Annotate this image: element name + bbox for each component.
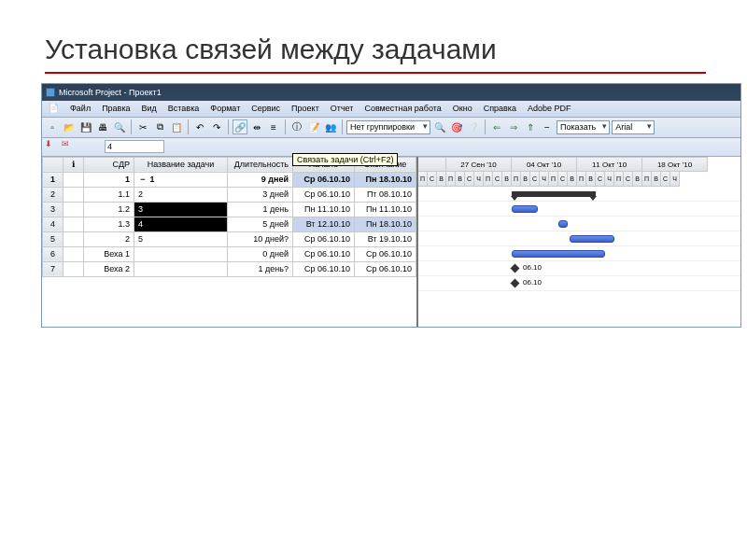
window-title: Microsoft Project - Проект1 — [59, 88, 162, 97]
table-row[interactable]: 41.345 днейВт 12.10.10Пн 18.10.10 — [43, 217, 416, 231]
preview-icon[interactable]: 🔍 — [112, 119, 127, 134]
menu-file[interactable]: Файл — [65, 102, 95, 115]
paste-icon[interactable]: 📋 — [169, 119, 184, 134]
show-combo[interactable]: Показать — [557, 120, 610, 134]
menubar[interactable]: 📄 Файл Правка Вид Вставка Формат Сервис … — [42, 101, 740, 118]
collapse-icon[interactable]: − — [540, 119, 555, 134]
gantt-bar[interactable] — [558, 220, 568, 228]
link-icon[interactable]: 🔗 — [233, 119, 247, 134]
menu-view[interactable]: Вид — [137, 102, 162, 115]
task-grid[interactable]: ℹ СДР Название задачи Длительность Начал… — [42, 157, 418, 327]
menu-insert[interactable]: Вставка — [163, 102, 204, 115]
app-icon — [46, 88, 55, 97]
help-icon[interactable]: ❔ — [466, 119, 481, 134]
toolbar-main: ▫ 📂 💾 🖶 🔍 ✂ ⧉ 📋 ↶ ↷ 🔗 ⇹ ≡ ⓘ 📝 👥 Нет груп… — [42, 118, 740, 138]
divider — [45, 72, 706, 74]
open-icon[interactable]: 📂 — [62, 119, 77, 134]
font-combo[interactable]: Arial — [612, 120, 655, 134]
milestone-label: 06.10 — [523, 263, 542, 272]
menu-format[interactable]: Формат — [205, 102, 245, 115]
titlebar: Microsoft Project - Проект1 — [42, 84, 740, 101]
arrow-up-icon[interactable]: ⇑ — [523, 119, 538, 134]
menu-window[interactable]: Окно — [448, 102, 477, 115]
cut-icon[interactable]: ✂ — [135, 119, 150, 134]
col-name[interactable]: Название задачи — [134, 157, 228, 172]
undo-icon[interactable]: ↶ — [192, 119, 207, 134]
toolbar-pdf: ⬇ ✉ 4 Связать задачи (Ctrl+F2) — [42, 138, 740, 157]
goto-icon[interactable]: 🎯 — [449, 119, 464, 134]
grouping-combo[interactable]: Нет группировки — [346, 120, 430, 134]
pdf-mail-icon[interactable]: ✉ — [62, 139, 77, 154]
table-row[interactable]: 6Веха 10 днейСр 06.10.10Ср 06.10.10 — [43, 246, 416, 261]
col-info[interactable]: ℹ — [63, 157, 84, 172]
print-icon[interactable]: 🖶 — [95, 119, 110, 134]
new-icon[interactable]: ▫ — [45, 119, 60, 134]
gantt-bar[interactable] — [570, 235, 614, 243]
col-duration[interactable]: Длительность — [228, 157, 293, 172]
arrow-right-icon[interactable]: ⇒ — [506, 119, 521, 134]
menu-edit[interactable]: Правка — [97, 102, 134, 115]
redo-icon[interactable]: ↷ — [209, 119, 224, 134]
milestone-label: 06.10 — [523, 278, 542, 287]
formula-box[interactable]: 4 — [105, 140, 164, 153]
slide-title: Установка связей между задачами — [45, 34, 706, 66]
copy-icon[interactable]: ⧉ — [152, 119, 167, 134]
unlink-icon[interactable]: ⇹ — [249, 119, 264, 134]
split-icon[interactable]: ≡ — [266, 119, 281, 134]
table-row[interactable]: 7Веха 21 день?Ср 06.10.10Ср 06.10.10 — [43, 261, 416, 276]
app-window: Microsoft Project - Проект1 📄 Файл Правк… — [41, 83, 741, 328]
gantt-bar[interactable] — [512, 205, 538, 213]
table-row[interactable]: 31.231 деньПн 11.10.10Пн 11.10.10 — [43, 202, 416, 217]
save-icon[interactable]: 💾 — [78, 119, 93, 134]
info-icon[interactable]: ⓘ — [289, 119, 304, 134]
milestone-icon[interactable] — [511, 278, 520, 287]
sys-icon[interactable]: 📄 — [44, 102, 63, 115]
menu-project[interactable]: Проект — [287, 102, 324, 115]
table-row[interactable]: 21.123 днейСр 06.10.10Пт 08.10.10 — [43, 187, 416, 202]
menu-tools[interactable]: Сервис — [247, 102, 285, 115]
arrow-left-icon[interactable]: ⇐ — [489, 119, 504, 134]
menu-help[interactable]: Справка — [479, 102, 521, 115]
assign-icon[interactable]: 👥 — [323, 119, 338, 134]
notes-icon[interactable]: 📝 — [306, 119, 321, 134]
menu-adobe[interactable]: Adobe PDF — [523, 102, 576, 115]
zoom-icon[interactable]: 🔍 — [432, 119, 447, 134]
table-row[interactable]: 52510 дней?Ср 06.10.10Вт 19.10.10 — [43, 231, 416, 246]
gantt-chart[interactable]: 27 Сен '1004 Окт '1011 Окт '1018 Окт '10… — [418, 157, 740, 327]
menu-report[interactable]: Отчет — [326, 102, 359, 115]
milestone-icon[interactable] — [511, 263, 520, 273]
menu-collab[interactable]: Совместная работа — [359, 102, 445, 115]
gantt-bar[interactable] — [512, 250, 605, 258]
table-row[interactable]: 11− 19 днейСр 06.10.10Пн 18.10.10 — [43, 172, 416, 187]
tooltip: Связать задачи (Ctrl+F2) — [292, 153, 398, 166]
pdf-icon[interactable]: ⬇ — [45, 139, 60, 154]
col-wbs[interactable]: СДР — [84, 157, 134, 172]
corner-cell[interactable] — [43, 157, 63, 172]
